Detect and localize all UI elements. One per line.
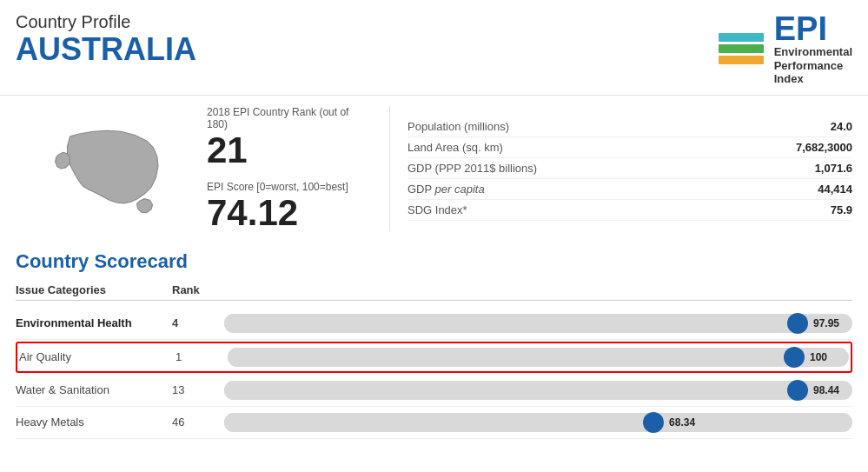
stat-label: Land Area (sq. km) — [407, 141, 503, 154]
stat-value: 1,071.6 — [815, 162, 852, 175]
stat-row: Land Area (sq. km)7,682,3000 — [407, 137, 852, 158]
epi-bar — [719, 33, 764, 42]
bar-score: 100 — [810, 351, 849, 363]
col-category-header: Issue Categories — [16, 283, 172, 296]
bar-score: 97.95 — [813, 317, 852, 329]
stat-label: Population (millions) — [407, 120, 509, 133]
bar-score: 98.44 — [813, 384, 852, 396]
epi-subtitle: EnvironmentalPerformanceIndex — [774, 45, 852, 86]
stat-value: 24.0 — [831, 120, 852, 133]
rank-label: 2018 EPI Country Rank (out of 180) — [207, 106, 363, 130]
stat-value: 75.9 — [831, 203, 852, 216]
scorecard: Country Scorecard Issue Categories Rank … — [0, 242, 868, 448]
epi-text: EPI EnvironmentalPerformanceIndex — [774, 12, 852, 86]
bar-container: 100 — [228, 348, 849, 367]
bar-fill — [228, 348, 794, 367]
stat-label: SDG Index* — [407, 203, 467, 216]
bar-fill — [224, 381, 798, 400]
page-header: Country Profile AUSTRALIA EPI Environmen… — [0, 0, 868, 96]
bar-dot — [784, 347, 805, 368]
country-title: Country Profile AUSTRALIA — [16, 12, 196, 67]
bar-row: Air Quality1100 — [16, 342, 852, 373]
scorecard-title: Country Scorecard — [16, 250, 852, 273]
row-category: Environmental Health — [16, 316, 172, 329]
stat-label: GDP (PPP 2011$ billions) — [407, 162, 537, 175]
stat-value: 7,682,3000 — [796, 141, 852, 154]
bar-dot — [787, 313, 808, 334]
scorecard-header: Issue Categories Rank — [16, 280, 852, 301]
map-section — [16, 106, 189, 231]
country-stats: Population (millions)24.0Land Area (sq. … — [389, 106, 852, 231]
stat-row: GDP per capita44,414 — [407, 179, 852, 200]
bar-dot — [643, 412, 664, 433]
country-name: AUSTRALIA — [16, 32, 196, 67]
bar-container: 68.34 — [224, 413, 852, 432]
stat-value: 44,414 — [818, 183, 852, 196]
bar-fill — [224, 413, 653, 432]
australia-map — [33, 116, 172, 221]
score-label: EPI Score [0=worst, 100=best] — [207, 181, 363, 193]
bar-container: 98.44 — [224, 381, 852, 400]
bar-row: Environmental Health497.95 — [16, 308, 852, 340]
rank-value: 21 — [207, 132, 363, 169]
epi-letters: EPI — [774, 12, 852, 45]
row-category: Water & Sanitation — [16, 383, 172, 396]
bar-row: Heavy Metals4668.34 — [16, 407, 852, 439]
row-rank: 1 — [176, 350, 228, 363]
stat-row: GDP (PPP 2011$ billions)1,071.6 — [407, 158, 852, 179]
bar-score: 68.34 — [669, 416, 708, 429]
epi-bar — [719, 56, 764, 64]
bar-fill — [224, 314, 798, 333]
row-category: Air Quality — [19, 350, 176, 363]
epi-icon-bars — [719, 33, 764, 64]
epi-bar — [719, 44, 764, 53]
col-rank-header: Rank — [172, 283, 224, 296]
row-category: Heavy Metals — [16, 415, 172, 429]
rank-section: 2018 EPI Country Rank (out of 180) 21 EP… — [189, 106, 381, 231]
bar-dot — [787, 380, 808, 401]
row-rank: 13 — [172, 383, 224, 396]
row-rank: 46 — [172, 415, 224, 429]
bar-row: Water & Sanitation1398.44 — [16, 375, 852, 407]
bar-container: 97.95 — [224, 314, 852, 333]
bar-rows: Environmental Health497.95Air Quality110… — [16, 308, 852, 439]
stat-row: Population (millions)24.0 — [407, 116, 852, 137]
row-rank: 4 — [172, 316, 224, 329]
stat-row: SDG Index*75.9 — [407, 200, 852, 221]
epi-logo: EPI EnvironmentalPerformanceIndex — [719, 12, 852, 86]
profile-label: Country Profile — [16, 12, 196, 32]
score-value: 74.12 — [207, 195, 363, 231]
stats-row: 2018 EPI Country Rank (out of 180) 21 EP… — [0, 96, 868, 242]
stat-label: GDP per capita — [407, 183, 485, 196]
